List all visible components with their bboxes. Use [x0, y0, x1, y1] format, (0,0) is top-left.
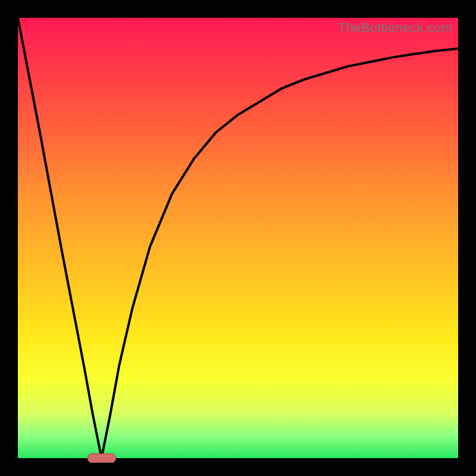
- curve-layer: [18, 18, 458, 458]
- right-curve-path: [102, 49, 458, 458]
- plot-area: TheBottleneck.com: [18, 18, 458, 458]
- chart-frame: TheBottleneck.com: [0, 0, 476, 476]
- left-line-path: [18, 18, 102, 458]
- optimum-marker: [87, 453, 116, 463]
